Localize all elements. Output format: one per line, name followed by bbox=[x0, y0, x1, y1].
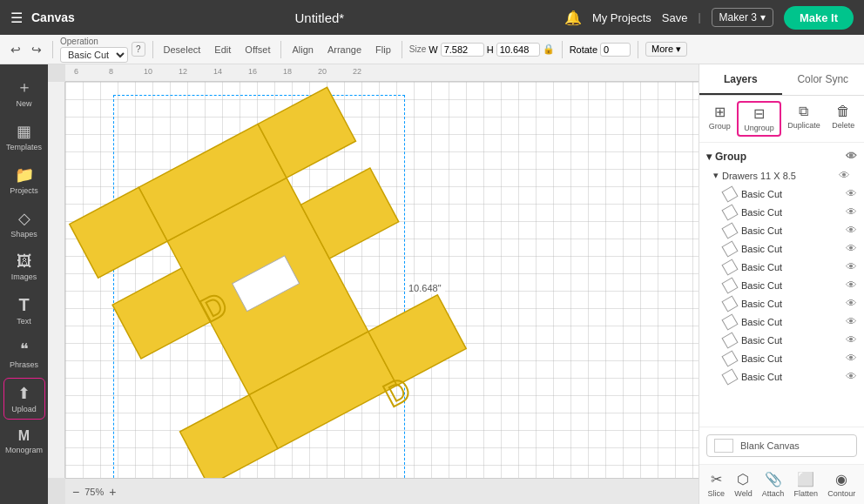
tab-layers[interactable]: Layers bbox=[699, 64, 782, 95]
canvas-area[interactable]: 6 8 10 12 14 16 18 20 22 .yshape { fill:… bbox=[48, 64, 699, 504]
weld-button[interactable]: ⬡ Weld bbox=[730, 468, 756, 501]
sidebar-item-monogram[interactable]: M Monogram bbox=[3, 423, 45, 460]
sidebar-label-new: New bbox=[16, 99, 31, 108]
layer-item[interactable]: Basic Cut 👁 bbox=[699, 276, 864, 294]
sidebar-label-upload: Upload bbox=[11, 405, 37, 413]
blank-canvas-button[interactable]: Blank Canvas bbox=[706, 434, 857, 457]
layer-item[interactable]: Basic Cut 👁 bbox=[699, 203, 864, 221]
group-eye-icon[interactable]: 👁 bbox=[846, 150, 857, 163]
layer-eye-icon-5[interactable]: 👁 bbox=[846, 279, 857, 292]
zoom-out-button[interactable]: − bbox=[72, 485, 79, 499]
group-icon: ⊞ bbox=[714, 104, 726, 120]
tab-color-sync[interactable]: Color Sync bbox=[782, 64, 865, 95]
group-button[interactable]: ⊞ Group bbox=[704, 101, 736, 137]
maker-selector-button[interactable]: Maker 3 ▾ bbox=[712, 8, 773, 27]
maker-label: Maker 3 bbox=[719, 11, 757, 24]
contour-button[interactable]: ◉ Contour bbox=[823, 468, 860, 501]
layer-eye-icon-8[interactable]: 👁 bbox=[846, 333, 857, 346]
layer-eye-icon-10[interactable]: 👁 bbox=[846, 370, 857, 383]
layer-item[interactable]: Basic Cut 👁 bbox=[699, 312, 864, 331]
redo-button[interactable]: ↪ bbox=[28, 41, 45, 58]
sidebar-item-phrases[interactable]: ❝ Phrases bbox=[3, 334, 45, 374]
layer-shape-icon bbox=[721, 204, 738, 220]
layer-shape-icon bbox=[721, 295, 738, 312]
layer-item-label: Basic Cut bbox=[741, 372, 782, 382]
ungroup-icon: ⊟ bbox=[753, 105, 765, 122]
canvas-shapes: .yshape { fill: #f0c830; stroke: #c8a000… bbox=[91, 86, 440, 478]
subgroup-eye-icon[interactable]: 👁 bbox=[839, 169, 850, 182]
width-input[interactable] bbox=[441, 43, 484, 57]
layer-item[interactable]: Basic Cut 👁 bbox=[699, 294, 864, 312]
lock-icon[interactable]: 🔒 bbox=[543, 44, 555, 55]
layer-shape-icon bbox=[721, 259, 738, 275]
layer-item-label: Basic Cut bbox=[741, 280, 782, 291]
attach-button[interactable]: 📎 Attach bbox=[758, 468, 789, 501]
zoom-in-button[interactable]: + bbox=[109, 485, 116, 499]
edit-button[interactable]: Edit bbox=[211, 43, 234, 57]
group-chevron-icon: ▾ bbox=[706, 151, 712, 163]
layer-eye-icon-2[interactable]: 👁 bbox=[846, 224, 857, 237]
menu-icon[interactable]: ☰ bbox=[10, 10, 23, 26]
align-button[interactable]: Align bbox=[288, 43, 316, 57]
sidebar-item-text[interactable]: T Text bbox=[3, 290, 45, 331]
sidebar-item-new[interactable]: ＋ New bbox=[3, 71, 45, 113]
templates-icon: ▦ bbox=[17, 122, 31, 141]
layer-item-label: Basic Cut bbox=[741, 353, 782, 364]
save-button[interactable]: Save bbox=[662, 11, 688, 24]
make-it-button[interactable]: Make It bbox=[784, 6, 854, 30]
bottom-tools: ✂ Slice ⬡ Weld 📎 Attach ⬜ Flatten ◉ Cont… bbox=[699, 464, 864, 504]
layer-item[interactable]: Basic Cut 👁 bbox=[699, 185, 864, 203]
operation-help-button[interactable]: ? bbox=[132, 42, 145, 57]
ruler-tick-6: 6 bbox=[74, 67, 78, 76]
contour-label: Contour bbox=[827, 489, 855, 498]
flatten-icon: ⬜ bbox=[797, 471, 814, 487]
height-input[interactable] bbox=[496, 43, 540, 57]
layer-item[interactable]: Basic Cut 👁 bbox=[699, 221, 864, 239]
layer-eye-icon-0[interactable]: 👁 bbox=[846, 187, 857, 200]
layer-item[interactable]: Basic Cut 👁 bbox=[699, 349, 864, 367]
sidebar-item-images[interactable]: 🖼 Images bbox=[3, 247, 45, 286]
more-options-button[interactable]: More ▾ bbox=[645, 42, 687, 57]
layer-eye-icon-7[interactable]: 👁 bbox=[846, 315, 857, 328]
toolbar-divider-3 bbox=[280, 41, 281, 58]
layer-group-header[interactable]: ▾ Group 👁 bbox=[699, 146, 864, 166]
sidebar-item-projects[interactable]: 📁 Projects bbox=[3, 160, 45, 200]
size-label: Size bbox=[409, 44, 426, 54]
sidebar-item-upload[interactable]: ⬆ Upload bbox=[3, 378, 45, 420]
shapes-icon: ◇ bbox=[18, 209, 30, 228]
arrange-button[interactable]: Arrange bbox=[324, 43, 365, 57]
layer-item[interactable]: Basic Cut 👁 bbox=[699, 367, 864, 386]
flip-button[interactable]: Flip bbox=[372, 43, 395, 57]
slice-button[interactable]: ✂ Slice bbox=[704, 468, 730, 501]
layer-item-label: Basic Cut bbox=[741, 262, 782, 272]
layer-item[interactable]: Basic Cut 👁 bbox=[699, 239, 864, 258]
ungroup-button[interactable]: ⊟ Ungroup bbox=[737, 101, 781, 137]
sidebar-item-shapes[interactable]: ◇ Shapes bbox=[3, 204, 45, 244]
blank-canvas-section: Blank Canvas bbox=[699, 427, 864, 464]
duplicate-button[interactable]: ⧉ Duplicate bbox=[782, 101, 826, 137]
contour-icon: ◉ bbox=[835, 471, 847, 487]
layer-item[interactable]: Basic Cut 👁 bbox=[699, 331, 864, 349]
rotate-input[interactable] bbox=[600, 43, 631, 57]
layer-subgroup-header[interactable]: ▾ Drawers 11 X 8.5 👁 bbox=[699, 166, 864, 185]
layer-shape-icon bbox=[721, 368, 738, 385]
notification-bell-icon[interactable]: 🔔 bbox=[564, 10, 582, 26]
layer-eye-icon-1[interactable]: 👁 bbox=[846, 205, 857, 218]
rotate-label: Rotate bbox=[570, 44, 597, 55]
layer-item[interactable]: Basic Cut 👁 bbox=[699, 258, 864, 276]
layer-eye-icon-9[interactable]: 👁 bbox=[846, 352, 857, 365]
layer-eye-icon-6[interactable]: 👁 bbox=[846, 297, 857, 310]
sidebar-item-templates[interactable]: ▦ Templates bbox=[3, 117, 45, 157]
offset-button[interactable]: Offset bbox=[241, 43, 273, 57]
projects-icon: 📁 bbox=[15, 165, 34, 185]
delete-button[interactable]: 🗑 Delete bbox=[827, 101, 860, 137]
layer-eye-icon-3[interactable]: 👁 bbox=[846, 242, 857, 255]
canvas-grid[interactable]: .yshape { fill: #f0c830; stroke: #c8a000… bbox=[65, 82, 699, 478]
flatten-button[interactable]: ⬜ Flatten bbox=[790, 468, 823, 501]
layer-eye-icon-4[interactable]: 👁 bbox=[846, 260, 857, 273]
deselect-button[interactable]: Deselect bbox=[160, 43, 205, 57]
undo-button[interactable]: ↩ bbox=[7, 41, 24, 58]
my-projects-button[interactable]: My Projects bbox=[592, 11, 651, 24]
operation-select[interactable]: Basic Cut bbox=[60, 47, 128, 63]
text-icon: T bbox=[18, 295, 29, 315]
